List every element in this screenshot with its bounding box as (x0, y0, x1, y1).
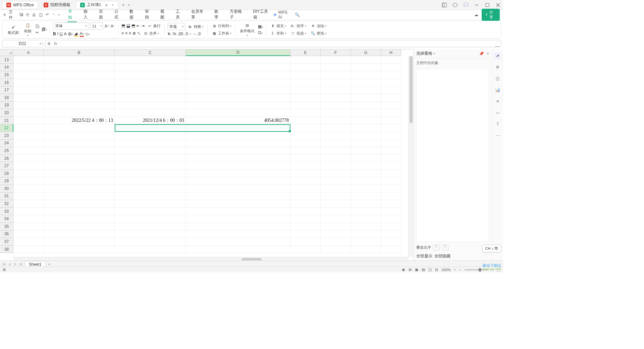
cell-E25[interactable] (290, 147, 321, 155)
cell-B24[interactable] (44, 140, 115, 147)
cell-G21[interactable] (351, 117, 381, 124)
cell-F14[interactable] (321, 64, 351, 71)
tab-diy[interactable]: DIY工具箱 (253, 7, 273, 22)
cell-B28[interactable] (44, 170, 115, 178)
indent-dec-icon[interactable]: ⇤ (137, 23, 140, 28)
cell-E17[interactable] (290, 86, 321, 94)
cell-C31[interactable] (115, 193, 186, 200)
cell-G20[interactable] (351, 109, 381, 117)
cell-D30[interactable] (186, 185, 290, 193)
cell-E31[interactable] (290, 193, 321, 200)
cell-G17[interactable] (351, 86, 381, 94)
cell-E15[interactable] (290, 71, 321, 79)
add-sheet-button[interactable]: + (47, 262, 51, 267)
cell-C23[interactable] (115, 132, 186, 140)
orientation-icon[interactable]: ⤡ (137, 31, 141, 36)
export-icon[interactable]: ⎘ (26, 12, 29, 17)
more-icon[interactable]: ⋯ (494, 132, 501, 139)
collapse-panel-icon[interactable]: — (494, 43, 500, 50)
cell-G33[interactable] (351, 208, 381, 215)
cell-A37[interactable] (13, 238, 44, 246)
cell-E19[interactable] (290, 102, 321, 109)
cell-A35[interactable] (13, 223, 44, 231)
zoom-value[interactable]: 160% (441, 268, 451, 272)
cell-H14[interactable] (381, 64, 401, 71)
cell-D36[interactable] (186, 231, 290, 238)
cell-B16[interactable] (44, 79, 115, 87)
cell-E23[interactable] (290, 132, 321, 140)
row-header-13[interactable]: 13 (0, 56, 13, 64)
cell-D17[interactable] (186, 86, 290, 94)
cell-D24[interactable] (186, 140, 290, 147)
move-down-button[interactable]: ˅ (433, 244, 440, 251)
format-brush-button[interactable]: 🖌格式刷 (6, 23, 20, 36)
cell-D32[interactable] (186, 200, 290, 208)
cell-A33[interactable] (13, 208, 44, 215)
convert-button[interactable]: ☯转换▾ (186, 23, 205, 30)
cell-B37[interactable] (44, 238, 115, 246)
cell-C37[interactable] (115, 238, 186, 246)
minimize-button[interactable] (474, 2, 480, 8)
cell-G24[interactable] (351, 140, 381, 147)
row-header-34[interactable]: 34 (0, 215, 13, 223)
cell-A31[interactable] (13, 193, 44, 200)
undo-icon[interactable]: ↶ (46, 12, 49, 17)
cell-C13[interactable] (115, 56, 186, 64)
cell-B13[interactable] (44, 56, 115, 64)
layout-icon[interactable]: ◫ (494, 75, 501, 82)
tab-menu-arrow[interactable]: ▾ (128, 3, 130, 7)
search-icon[interactable]: 🔍 (295, 12, 300, 17)
sum-button[interactable]: Σ求和▾ (269, 30, 287, 36)
cell-C18[interactable] (115, 94, 186, 102)
cell-G22[interactable] (351, 124, 381, 132)
name-box[interactable]: D22▾ (2, 40, 43, 47)
align-bottom-icon[interactable]: ⬒ (131, 23, 135, 28)
cell-C29[interactable] (115, 178, 186, 185)
cell-F29[interactable] (321, 178, 351, 185)
vscroll-thumb[interactable] (410, 56, 413, 123)
border-icon[interactable]: ⊞▾ (68, 32, 73, 36)
bold-icon[interactable]: B (53, 32, 56, 36)
cell-G23[interactable] (351, 132, 381, 140)
cell-A23[interactable] (13, 132, 44, 140)
cell-A21[interactable] (13, 117, 44, 124)
cell-E14[interactable] (290, 64, 321, 71)
save-icon[interactable]: 🖫 (19, 12, 23, 17)
cancel-fx-icon[interactable]: ⊗ (47, 41, 51, 46)
cell-E24[interactable] (290, 140, 321, 147)
col-header-C[interactable]: C (115, 49, 186, 56)
format-as-table-icon[interactable]: ⊡▾ (258, 30, 263, 35)
cell-F24[interactable] (321, 140, 351, 147)
cell-G29[interactable] (351, 178, 381, 185)
row-header-27[interactable]: 27 (0, 162, 13, 170)
row-header-22[interactable]: 22 (0, 124, 13, 132)
cut-icon[interactable]: ✂ (36, 30, 40, 35)
cell-D14[interactable] (186, 64, 290, 71)
tab-insert[interactable]: 插入 (83, 7, 92, 22)
move-up-button[interactable]: ˄ (442, 244, 448, 251)
cell-B26[interactable] (44, 155, 115, 162)
cell-F36[interactable] (321, 231, 351, 238)
italic-icon[interactable]: I (57, 32, 58, 36)
cell-F22[interactable] (321, 124, 351, 132)
settings-slider-icon[interactable]: ⚙ (494, 64, 501, 70)
cell-A29[interactable] (13, 178, 44, 185)
cell-E32[interactable] (290, 200, 321, 208)
cell-D22[interactable] (186, 124, 290, 132)
cell-C34[interactable] (115, 215, 186, 223)
cell-H32[interactable] (381, 200, 401, 208)
row-header-38[interactable]: 38 (0, 246, 13, 253)
cell-E28[interactable] (290, 170, 321, 178)
find-button[interactable]: 🔍查找▾ (309, 30, 327, 36)
row-header-35[interactable]: 35 (0, 223, 13, 231)
cell-H21[interactable] (381, 117, 401, 124)
cell-D35[interactable] (186, 223, 290, 231)
currency-icon[interactable]: ¥▾ (168, 32, 171, 36)
cell-H30[interactable] (381, 185, 401, 193)
cell-F27[interactable] (321, 162, 351, 170)
row-header-36[interactable]: 36 (0, 231, 13, 238)
cell-B29[interactable] (44, 178, 115, 185)
cell-H35[interactable] (381, 223, 401, 231)
cell-E29[interactable] (290, 178, 321, 185)
print-icon[interactable]: 🖨 (32, 12, 36, 17)
